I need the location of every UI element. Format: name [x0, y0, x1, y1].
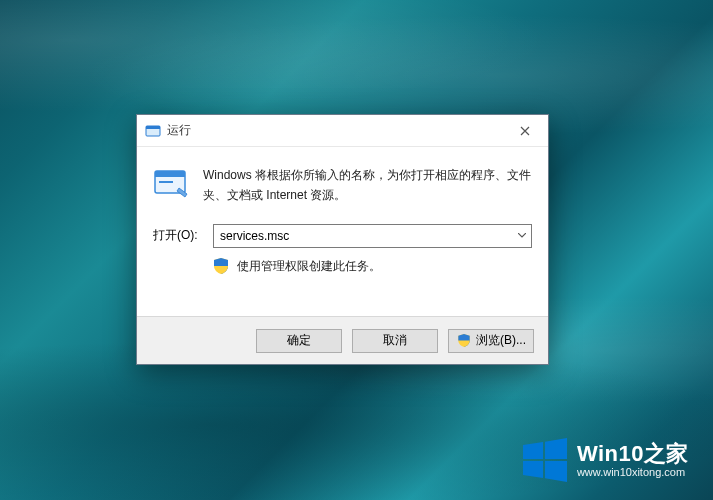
- open-label: 打开(O):: [153, 227, 205, 244]
- close-button[interactable]: [502, 115, 548, 146]
- shield-icon: [456, 333, 472, 349]
- watermark-url: www.win10xitong.com: [577, 466, 689, 479]
- watermark-brand: Win10之家: [577, 441, 689, 466]
- run-dialog: 运行 Windows 将根据你所输入的名称，为你打开相应的程序、文件夹、文档或 …: [136, 114, 549, 365]
- shield-icon: [213, 258, 229, 274]
- windows-logo-icon: [523, 438, 567, 482]
- cancel-button[interactable]: 取消: [352, 329, 438, 353]
- open-input[interactable]: [214, 225, 513, 247]
- admin-note: 使用管理权限创建此任务。: [237, 258, 381, 275]
- run-icon: [153, 165, 189, 201]
- dialog-title: 运行: [167, 122, 502, 139]
- run-title-icon: [145, 123, 161, 139]
- dialog-body: Windows 将根据你所输入的名称，为你打开相应的程序、文件夹、文档或 Int…: [137, 147, 548, 295]
- watermark: Win10之家 www.win10xitong.com: [523, 438, 689, 482]
- svg-rect-4: [159, 181, 173, 183]
- browse-button[interactable]: 浏览(B)...: [448, 329, 534, 353]
- dialog-description: Windows 将根据你所输入的名称，为你打开相应的程序、文件夹、文档或 Int…: [203, 165, 532, 206]
- chevron-down-icon[interactable]: [513, 225, 531, 247]
- svg-rect-3: [155, 171, 185, 177]
- svg-rect-1: [146, 126, 160, 129]
- open-combobox[interactable]: [213, 224, 532, 248]
- dialog-footer: 确定 取消 浏览(B)...: [137, 316, 548, 364]
- ok-button[interactable]: 确定: [256, 329, 342, 353]
- browse-button-label: 浏览(B)...: [476, 332, 526, 349]
- titlebar[interactable]: 运行: [137, 115, 548, 147]
